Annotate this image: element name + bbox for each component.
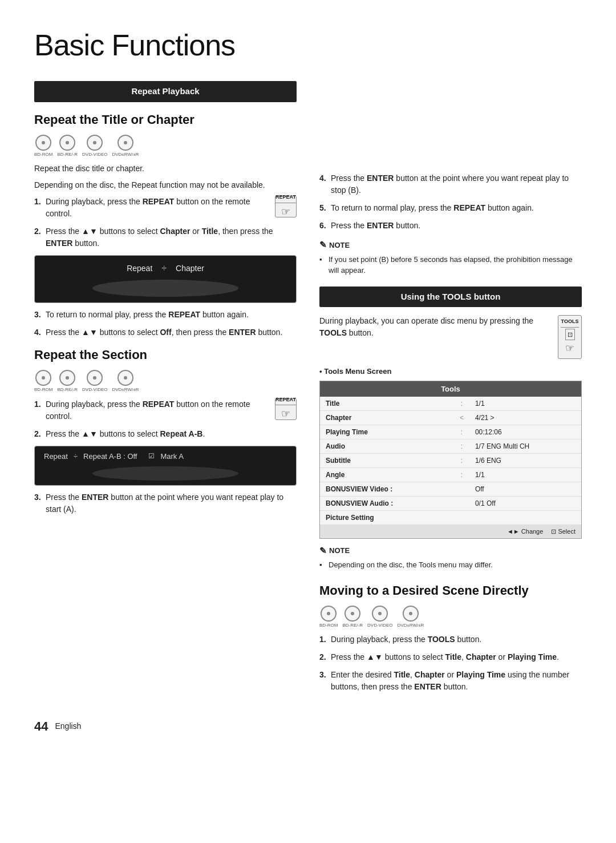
note-label-2: NOTE xyxy=(329,545,350,556)
section-step-1: 1. During playback, press the REPEAT but… xyxy=(34,398,297,422)
tools-row-title: Title : 1/1 xyxy=(320,397,581,411)
repeat-chapter-screen: Repeat ÷ Chapter xyxy=(34,255,297,303)
disc-label-dvdvideo-3: DVD-VIDEO xyxy=(367,623,392,628)
screen-repeat-text: Repeat xyxy=(127,263,152,275)
step-4: 4. Press the ▲▼ buttons to select Off, t… xyxy=(34,326,297,338)
cont-step-6-num: 6. xyxy=(319,220,327,232)
step-2-num: 2. xyxy=(34,225,42,249)
tools-row-chapter-sep: < xyxy=(454,411,469,425)
moving-step-1-content: During playback, press the TOOLS button. xyxy=(331,634,582,646)
repeat-playback-header: Repeat Playback xyxy=(34,81,297,102)
step-1: 1. During playback, press the REPEAT but… xyxy=(34,196,297,220)
tools-inner-table: Title : 1/1 Chapter < 4/21 > Playing Tim… xyxy=(320,397,581,525)
disc-icon-bdrer-3: BD-RE/-R xyxy=(342,606,363,628)
section-step-1-text: During playback, press the REPEAT button… xyxy=(46,398,269,422)
repeat-btn-label-2: REPEAT xyxy=(275,396,296,406)
moving-scene-section: Moving to a Desired Scene Directly BD-RO… xyxy=(319,581,582,693)
tools-row-bonusview-audio-sep xyxy=(454,497,469,511)
tools-btn-label: TOOLS xyxy=(561,318,579,328)
tools-row-angle-value: 1/1 xyxy=(469,468,581,482)
section-step-2: 2. Press the ▲▼ buttons to select Repeat… xyxy=(34,428,297,440)
note-pencil-icon-1: ✎ xyxy=(319,239,327,252)
disc-icon-dvdrw-3: DVD±RW/±R xyxy=(397,606,424,628)
screen-row: Repeat ÷ Chapter xyxy=(127,261,204,275)
step-2-chapter: Chapter xyxy=(160,227,190,236)
tools-row-bonusview-video: BONUSVIEW Video : Off xyxy=(320,482,581,497)
note-item-2: Depending on the disc, the Tools menu ma… xyxy=(319,559,582,571)
moving-step-1: 1. During playback, press the TOOLS butt… xyxy=(319,634,582,646)
tools-table-wrapper: Tools Title : 1/1 Chapter < 4/21 > Playi… xyxy=(319,381,582,539)
repeat-ab-label: Repeat xyxy=(44,451,68,462)
tools-row-chapter: Chapter < 4/21 > xyxy=(320,411,581,425)
step-1-num: 1. xyxy=(34,196,42,220)
disc-label-bdrer-3: BD-RE/-R xyxy=(342,623,363,628)
cont-step-5: 5. To return to normal play, press the R… xyxy=(319,202,582,214)
disc-circle-dvdrw-2 xyxy=(117,370,133,386)
cont-step-6-enter: ENTER xyxy=(367,221,394,230)
tools-row-subtitle-sep: : xyxy=(454,454,469,468)
disc-icon-bdrom: BD-ROM xyxy=(34,135,52,158)
section-step-3-content: Press the ENTER button at the point wher… xyxy=(46,491,297,515)
tools-row-picture-setting: Picture Setting xyxy=(320,511,581,525)
page-footer: 44 English xyxy=(34,717,582,736)
step-3-content: To return to normal play, press the REPE… xyxy=(46,309,297,321)
step-1-text: During playback, press the REPEAT button… xyxy=(46,196,269,220)
moving-step-3-title: Title xyxy=(394,670,411,679)
section-step-1-num: 1. xyxy=(34,398,42,422)
repeat-button-icon: REPEAT ☞ xyxy=(275,196,297,217)
repeat-ab-value: Repeat A-B : Off xyxy=(83,451,137,462)
tools-footer-select: ⊡ Select xyxy=(551,527,576,537)
tools-row-title-label: Title xyxy=(320,397,454,411)
step-2-enter: ENTER xyxy=(46,239,72,248)
using-tools-section: Using the TOOLS button During playback, … xyxy=(319,287,582,539)
tools-row-picture-setting-sep xyxy=(454,511,469,525)
tools-row-chapter-value: 4/21 > xyxy=(469,411,581,425)
moving-step-2: 2. Press the ▲▼ buttons to select Title,… xyxy=(319,651,582,663)
repeat-btn-hand-icon-2: ☞ xyxy=(281,406,290,422)
note-item-1: If you set point (B) before 5 seconds ha… xyxy=(319,254,582,276)
disc-circle-dvdvideo xyxy=(87,135,103,151)
tools-row-title-sep: : xyxy=(454,397,469,411)
tools-button-icon: TOOLS ⊡ ☞ xyxy=(558,315,582,359)
step-4-enter: ENTER xyxy=(229,328,256,337)
note-label-1: NOTE xyxy=(329,240,350,251)
moving-step-1-tools: TOOLS xyxy=(428,635,455,644)
tools-row-audio: Audio : 1/7 ENG Multi CH xyxy=(320,439,581,454)
cont-step-4-num: 4. xyxy=(319,172,327,196)
section-step-1-content: During playback, press the REPEAT button… xyxy=(46,398,297,422)
disc-circle-dvdrw-3 xyxy=(403,606,419,622)
disc-label-bdrer: BD-RE/-R xyxy=(57,152,78,158)
screen-disc-graphic xyxy=(92,280,238,297)
tools-row-bonusview-audio-value: 0/1 Off xyxy=(469,497,581,511)
disc-label-dvdvideo-2: DVD-VIDEO xyxy=(82,387,107,393)
continued-steps: 4. Press the ENTER button at the point w… xyxy=(319,172,582,232)
page-title: Basic Functions xyxy=(34,23,582,67)
repeat-section-steps: 1. During playback, press the REPEAT but… xyxy=(34,398,297,516)
step-4-off: Off xyxy=(160,328,171,337)
tools-row-chapter-label: Chapter xyxy=(320,411,454,425)
section-step-3-num: 3. xyxy=(34,491,42,515)
note-section-1: ✎ NOTE If you set point (B) before 5 sec… xyxy=(319,239,582,276)
page-number: 44 xyxy=(34,717,48,736)
disc-label-bdrom-3: BD-ROM xyxy=(319,623,338,628)
screen-content: Repeat ÷ Chapter xyxy=(44,261,287,297)
disc-circle-bdrer xyxy=(59,135,75,151)
repeat-ab-mark-label: Mark A xyxy=(160,451,183,462)
using-tools-header: Using the TOOLS button xyxy=(319,287,582,308)
tools-row-subtitle-label: Subtitle xyxy=(320,454,454,468)
step-1-content: During playback, press the REPEAT button… xyxy=(46,196,297,220)
repeat-intro-2: Depending on the disc, the Repeat functi… xyxy=(34,179,297,191)
step-2-title: Title xyxy=(202,227,218,236)
disc-icon-dvdvideo: DVD-VIDEO xyxy=(82,135,107,158)
cont-step-6-content: Press the ENTER button. xyxy=(331,220,582,232)
moving-step-3: 3. Enter the desired Title, Chapter or P… xyxy=(319,669,582,693)
section-step-2-repeatabsym: Repeat A-B xyxy=(160,429,202,438)
moving-step-2-content: Press the ▲▼ buttons to select Title, Ch… xyxy=(331,651,582,663)
disc-icons-moving: BD-ROM BD-RE/-R DVD-VIDEO DVD±RW/±R xyxy=(319,606,582,628)
note-title-1: ✎ NOTE xyxy=(319,239,582,252)
step-3-repeat: REPEAT xyxy=(168,310,200,319)
repeat-btn-label: REPEAT xyxy=(275,193,296,203)
cont-step-5-num: 5. xyxy=(319,202,327,214)
tools-row-bonusview-video-sep xyxy=(454,482,469,497)
disc-label-dvdrw: DVD±RW/±R xyxy=(112,152,139,158)
